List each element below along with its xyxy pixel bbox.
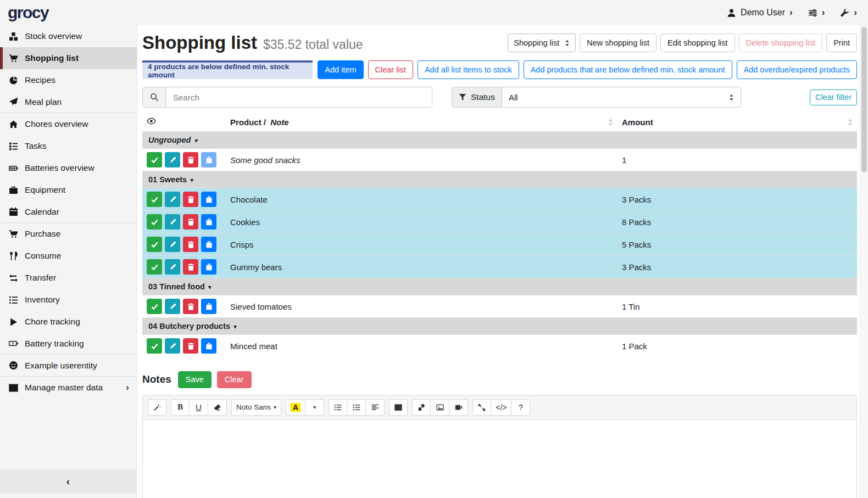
add-to-stock-button[interactable] [201, 299, 216, 314]
sidebar-item-chores-overview[interactable]: Chores overview [0, 113, 137, 135]
edit-shopping-list-button[interactable]: Edit shopping list [660, 33, 735, 52]
highlight-color-swatch: A [291, 403, 301, 412]
delete-item-button[interactable] [183, 338, 198, 354]
paragraph-align-button[interactable] [366, 399, 385, 416]
table-grid-icon [394, 404, 402, 411]
shopping-list-selector[interactable]: Shopping list [508, 33, 576, 52]
help-button[interactable]: ? [511, 399, 530, 416]
user-menu[interactable]: Demo User › [727, 7, 793, 18]
clear-filter-button[interactable]: Clear filter [810, 89, 857, 105]
notes-editor-area[interactable] [143, 420, 856, 498]
sidebar-item-calendar[interactable]: Calendar [0, 201, 137, 223]
mark-done-button[interactable] [147, 237, 162, 252]
table-row: Cookies 8 Packs [142, 211, 857, 233]
add-to-stock-button[interactable] [201, 338, 216, 354]
sidebar-collapse-button[interactable]: ‹ [0, 469, 136, 493]
sidebar-item-battery-tracking[interactable]: Battery tracking [0, 333, 137, 355]
font-family-dropdown[interactable]: Noto Sans ▾ [231, 399, 281, 416]
sidebar-item-shopping-list[interactable]: Shopping list [0, 47, 137, 69]
codeview-button[interactable]: </> [491, 399, 511, 416]
group-row-ungrouped[interactable]: Ungrouped▾ [142, 132, 857, 149]
edit-item-button[interactable] [165, 214, 180, 230]
insert-video-button[interactable] [449, 399, 468, 416]
unordered-list-icon [334, 404, 342, 411]
delete-item-button[interactable] [183, 192, 198, 207]
scrollbar-thumb[interactable] [861, 27, 867, 172]
product-column-header[interactable]: Product / Note [226, 113, 617, 132]
insert-link-button[interactable] [412, 399, 431, 416]
add-all-to-stock-button[interactable]: Add all list items to stock [418, 60, 519, 79]
delete-item-button[interactable] [183, 237, 198, 252]
print-button[interactable]: Print [826, 33, 857, 52]
underline-button[interactable]: U [190, 399, 208, 416]
sidebar-item-chore-tracking[interactable]: Chore tracking [0, 311, 137, 333]
sidebar-item-transfer[interactable]: Transfer [0, 267, 137, 289]
ordered-list-button[interactable] [347, 399, 366, 416]
unordered-list-button[interactable] [329, 399, 347, 416]
style-wand-button[interactable] [148, 399, 166, 416]
edit-item-button[interactable] [165, 192, 180, 207]
add-to-stock-button[interactable] [201, 237, 216, 252]
bold-button[interactable]: B [171, 399, 190, 416]
sidebar-item-recipes[interactable]: Recipes [0, 69, 137, 91]
delete-item-button[interactable] [183, 214, 198, 230]
add-to-stock-button[interactable] [201, 152, 216, 167]
clear-format-button[interactable] [208, 399, 227, 416]
edit-item-button[interactable] [165, 259, 180, 275]
delete-item-button[interactable] [183, 259, 198, 275]
highlight-color-caret-button[interactable]: ▾ [305, 399, 324, 416]
table-row: Crisps 5 Packs [142, 233, 857, 256]
sidebar-item-consume[interactable]: Consume [0, 245, 137, 267]
delete-item-button[interactable] [183, 299, 198, 314]
sidebar-item-manage-master-data[interactable]: Manage master data › [0, 377, 137, 399]
table-icon [8, 383, 19, 393]
settings-menu[interactable]: › [808, 7, 825, 18]
new-shopping-list-button[interactable]: New shopping list [580, 33, 656, 52]
mark-done-button[interactable] [147, 338, 162, 354]
sidebar-item-tasks[interactable]: Tasks [0, 135, 137, 157]
clear-list-button[interactable]: Clear list [368, 60, 413, 79]
mark-done-button[interactable] [147, 214, 162, 230]
highlight-color-button[interactable]: A [286, 399, 305, 416]
status-filter-select[interactable]: All [502, 87, 741, 108]
add-to-stock-button[interactable] [201, 192, 216, 207]
edit-item-button[interactable] [165, 152, 180, 167]
sidebar-item-stock-overview[interactable]: Stock overview [0, 25, 137, 47]
search-input[interactable] [166, 87, 432, 107]
mark-done-button[interactable] [147, 299, 162, 314]
delete-shopping-list-button[interactable]: Delete shopping list [739, 33, 823, 52]
notes-clear-button[interactable]: Clear [217, 371, 252, 388]
sidebar-item-purchase[interactable]: Purchase [0, 223, 137, 245]
insert-table-button[interactable] [389, 399, 408, 416]
actions-row: 4 products are below defined min. stock … [142, 60, 857, 79]
mark-done-button[interactable] [147, 152, 162, 167]
add-overdue-button[interactable]: Add overdue/expired products [737, 60, 857, 79]
admin-menu[interactable]: › [840, 7, 857, 18]
item-name: Cookies [226, 211, 617, 233]
group-row-sweets[interactable]: 01 Sweets▾ [142, 171, 857, 188]
edit-item-button[interactable] [165, 299, 180, 314]
group-row-butchery-products[interactable]: 04 Butchery products▾ [142, 318, 857, 335]
add-item-button[interactable]: Add item [318, 60, 363, 79]
mark-done-button[interactable] [147, 192, 162, 207]
add-to-stock-button[interactable] [201, 259, 216, 275]
sidebar-item-meal-plan[interactable]: Meal plan [0, 91, 137, 113]
group-row-tinned-food[interactable]: 03 Tinned food▾ [142, 278, 857, 295]
sidebar-item-batteries-overview[interactable]: Batteries overview [0, 157, 137, 179]
add-to-stock-button[interactable] [201, 214, 216, 230]
mark-done-button[interactable] [147, 259, 162, 275]
amount-column-header[interactable]: Amount [617, 113, 857, 132]
delete-item-button[interactable] [183, 152, 198, 167]
edit-item-button[interactable] [165, 237, 180, 252]
sidebar-item-equipment[interactable]: Equipment [0, 179, 137, 201]
sidebar-item-example-userentity[interactable]: Example userentity [0, 355, 137, 377]
sidebar-item-label: Shopping list [25, 53, 79, 63]
add-below-min-button[interactable]: Add products that are below defined min.… [524, 60, 732, 79]
utensils-icon [8, 251, 19, 261]
notes-save-button[interactable]: Save [178, 371, 212, 388]
page-scrollbar[interactable] [860, 25, 868, 498]
edit-item-button[interactable] [165, 338, 180, 354]
fullscreen-button[interactable] [472, 399, 491, 416]
insert-picture-button[interactable] [431, 399, 449, 416]
sidebar-item-inventory[interactable]: Inventory [0, 289, 137, 311]
